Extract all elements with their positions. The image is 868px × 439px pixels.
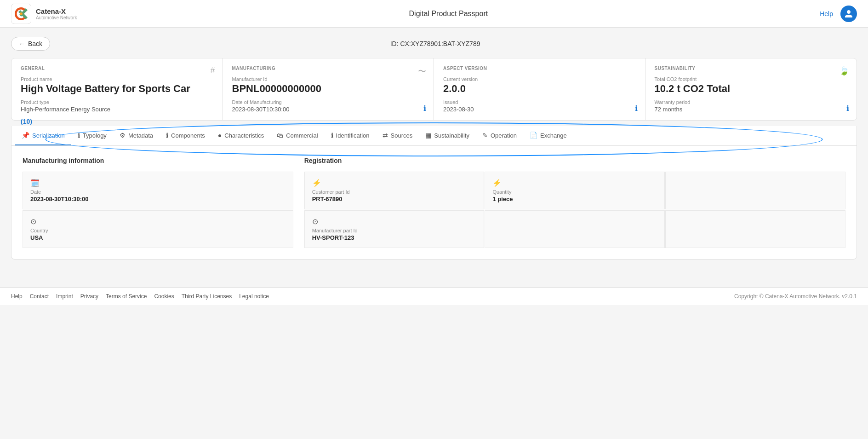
back-arrow-icon: ← <box>19 40 25 47</box>
manufacturer-part-label: Manufacturer part Id <box>312 228 477 233</box>
version-label: Current version <box>443 76 636 82</box>
sustainability-card: SUSTAINABILITY 🍃 Total CO2 footprint 10.… <box>645 58 857 120</box>
tab-components[interactable]: ℹComponents <box>160 126 211 145</box>
manufacturing-section-label: MANUFACTURING <box>232 66 425 71</box>
bolt-icon: ⚡ <box>312 179 477 187</box>
tab-serialization[interactable]: 📌Serialization <box>15 126 71 145</box>
tab-identification-label: Identification <box>336 132 370 139</box>
aspect-section-label: ASPECT VERSION <box>443 66 636 71</box>
manufacturing-section-title: Manufacturing information <box>23 157 293 164</box>
tabs-bar: 📌SerializationℹTypology⚙MetadataℹCompone… <box>11 126 857 146</box>
footer-link-contact[interactable]: Contact <box>30 293 49 300</box>
footer-link-help[interactable]: Help <box>11 293 23 300</box>
logo-area: Catena-X Automotive Network <box>11 4 77 24</box>
mfg-date-cell-value: 2023-08-30T10:30:00 <box>30 196 286 202</box>
sources-icon: ⇄ <box>383 132 388 139</box>
sustainability-info-icon[interactable]: ℹ <box>846 104 849 113</box>
tabs-wrapper: (10) 📌SerializationℹTypology⚙MetadataℹCo… <box>11 126 857 146</box>
tab-identification[interactable]: ℹIdentification <box>325 126 376 145</box>
tab-components-label: Components <box>171 132 205 139</box>
mfg-grid: 🗓️ Date 2023-08-30T10:30:00 ⊙ Country US… <box>23 172 293 248</box>
warranty-label: Warranty period <box>655 99 848 105</box>
back-button[interactable]: ← Back <box>11 37 50 51</box>
reg-grid: ⚡ Customer part Id PRT-67890 ⚡ Quantity … <box>304 172 845 248</box>
footer-link-terms-of-service[interactable]: Terms of Service <box>106 293 147 300</box>
top-bar: ← Back ID: CX:XYZ78901:BAT-XYZ789 <box>11 37 857 51</box>
tab-sustainability-tab[interactable]: ▦Sustainability <box>419 126 476 145</box>
version-value: 2.0.0 <box>443 83 636 95</box>
mfg-date-cell: 🗓️ Date 2023-08-30T10:30:00 <box>23 172 293 209</box>
registration-section: Registration ⚡ Customer part Id PRT-6789… <box>304 157 845 248</box>
serialization-icon: 📌 <box>22 132 29 139</box>
logo-name: Catena-X <box>36 7 77 15</box>
footer-link-cookies[interactable]: Cookies <box>154 293 174 300</box>
logo-subtitle: Automotive Network <box>36 15 77 20</box>
co2-label: Total CO2 footprint <box>655 76 848 82</box>
identification-icon: ℹ <box>331 132 333 139</box>
quantity-value: 1 piece <box>492 196 657 202</box>
tab-exchange[interactable]: 📄Exchange <box>523 126 573 145</box>
tab-operation[interactable]: ✎Operation <box>476 126 523 145</box>
product-type-label: Product type <box>21 99 213 105</box>
customer-part-cell: ⚡ Customer part Id PRT-67890 <box>304 172 485 209</box>
footer: HelpContactImprintPrivacyTerms of Servic… <box>0 287 868 305</box>
manufacturer-id-label: Manufacturer Id <box>232 76 425 82</box>
content-area: Manufacturing information 🗓️ Date 2023-0… <box>11 146 857 260</box>
mfg-date-value: 2023-08-30T10:30:00 <box>232 106 425 113</box>
tab-metadata[interactable]: ⚙Metadata <box>113 126 160 145</box>
help-link[interactable]: Help <box>820 10 833 17</box>
tabs-count-annotation: (10) <box>21 118 32 125</box>
mfg-country-value: USA <box>30 234 286 241</box>
co2-value: 10.2 t CO2 Total <box>655 83 848 95</box>
footer-link-legal-notice[interactable]: Legal notice <box>239 293 269 300</box>
user-avatar[interactable] <box>840 6 857 22</box>
manufacturer-id-value: BPNL00000000000 <box>232 83 425 95</box>
hash-icon: # <box>210 66 215 75</box>
page-title: Digital Product Passport <box>409 10 488 18</box>
catena-x-logo-icon <box>11 4 31 24</box>
mfg-date-label: Date of Manufacturing <box>232 99 425 105</box>
tab-typology[interactable]: ℹTypology <box>71 126 113 145</box>
manufacturer-part-value: HV-SPORT-123 <box>312 234 477 241</box>
footer-link-privacy[interactable]: Privacy <box>80 293 98 300</box>
tab-metadata-label: Metadata <box>128 132 153 139</box>
quantity-cell: ⚡ Quantity 1 piece <box>485 172 665 209</box>
characteristics-icon: ● <box>218 132 222 139</box>
metadata-icon: ⚙ <box>120 132 126 139</box>
logo-text: Catena-X Automotive Network <box>36 7 77 20</box>
tab-sources[interactable]: ⇄Sources <box>376 126 419 145</box>
aspect-info-icon[interactable]: ℹ <box>635 104 638 113</box>
typology-icon: ℹ <box>78 132 80 139</box>
components-icon: ℹ <box>166 132 168 139</box>
operation-icon: ✎ <box>482 132 488 139</box>
empty-cell <box>665 172 845 209</box>
tab-commercial[interactable]: 🛍Commercial <box>270 126 324 145</box>
empty-cell-3 <box>665 210 845 248</box>
content-grid: Manufacturing information 🗓️ Date 2023-0… <box>23 157 845 248</box>
issued-label: Issued <box>443 99 636 105</box>
mfg-country-label: Country <box>30 228 286 233</box>
product-name-value: High Voltage Battery for Sports Car <box>21 83 213 95</box>
calendar-icon: 🗓️ <box>30 179 286 187</box>
back-label: Back <box>28 40 42 47</box>
tab-serialization-label: Serialization <box>32 132 65 139</box>
manufacturing-info-section: Manufacturing information 🗓️ Date 2023-0… <box>23 157 293 248</box>
commercial-icon: 🛍 <box>277 132 283 139</box>
product-type-value: High-Performance Energy Source <box>21 106 213 113</box>
empty-cell-2 <box>485 210 665 248</box>
sustainability-section-label: SUSTAINABILITY <box>655 66 848 71</box>
tab-commercial-label: Commercial <box>286 132 318 139</box>
mfg-country-cell: ⊙ Country USA <box>23 210 293 248</box>
tab-characteristics[interactable]: ●Characteristics <box>211 126 270 145</box>
header: Catena-X Automotive Network Digital Prod… <box>0 0 868 28</box>
issued-value: 2023-08-30 <box>443 106 636 113</box>
warranty-value: 72 months <box>655 106 848 113</box>
quantity-label: Quantity <box>492 189 657 195</box>
footer-link-imprint[interactable]: Imprint <box>56 293 73 300</box>
clock-icon: ⊙ <box>312 217 477 226</box>
footer-copyright: Copyright © Catena-X Automotive Network.… <box>734 293 857 300</box>
tab-typology-label: Typology <box>83 132 107 139</box>
footer-link-third-party-licenses[interactable]: Third Party Licenses <box>182 293 232 300</box>
tab-sources-label: Sources <box>391 132 413 139</box>
manufacturing-info-icon[interactable]: ℹ <box>423 104 426 113</box>
